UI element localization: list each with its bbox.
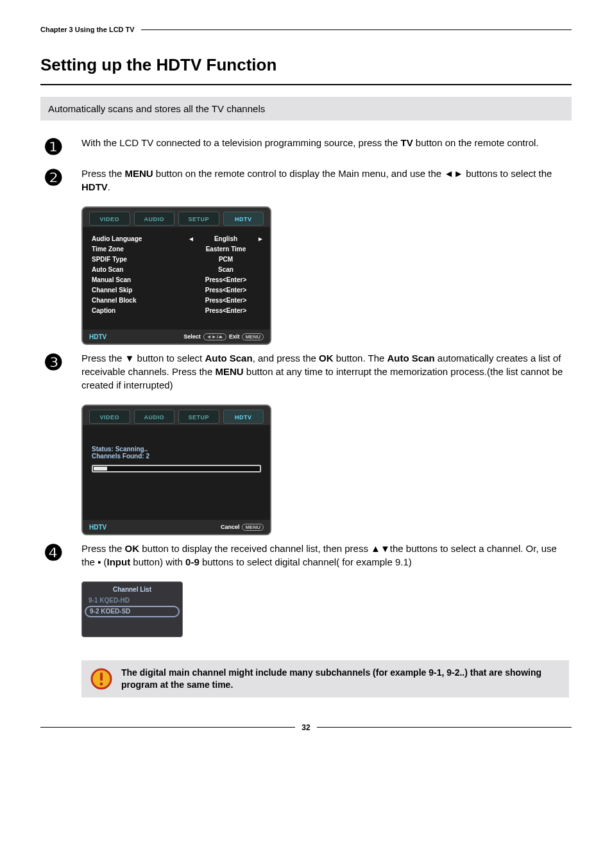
osd-2-found: Channels Found: 2 — [92, 453, 261, 460]
channel-list-box: Channel List 9-1 KQED-HD 9-2 KOED-SD — [81, 581, 183, 637]
step-1: ❶ With the LCD TV connected to a televis… — [40, 136, 572, 158]
osd-1-hint-exit: Exit — [229, 333, 240, 340]
osd-2-content: Status: Scanning.. Channels Found: 2 — [83, 425, 270, 520]
step-4-b: OK — [125, 543, 140, 554]
osd-2-tab-hdtv: HDTV — [223, 410, 264, 424]
osd-1-row-6-value: Press<Enter> — [191, 297, 261, 304]
step-3-bullet: ❸ — [40, 351, 66, 373]
svg-point-2 — [100, 682, 103, 685]
osd-1-wrapper: VIDEO AUDIO SETUP HDTV Audio Language ◄ … — [81, 206, 572, 345]
osd-1: VIDEO AUDIO SETUP HDTV Audio Language ◄ … — [81, 206, 271, 345]
osd-1-tabs: VIDEO AUDIO SETUP HDTV — [83, 208, 270, 227]
step-3-a: Press the ▼ button to select — [81, 353, 205, 363]
osd-2-hint-cancel: Cancel — [221, 524, 240, 530]
osd-1-row-4-label: Manual Scan — [92, 276, 191, 283]
step-4: ❹ Press the OK button to display the rec… — [40, 542, 572, 572]
page-number: 32 — [302, 723, 310, 732]
osd-1-row-5-value: Press<Enter> — [191, 287, 261, 294]
osd-1-hint-btn1: ◄►/⏶ — [203, 333, 226, 340]
osd-2-tabs: VIDEO AUDIO SETUP HDTV — [83, 406, 270, 425]
step-3-e: button. The — [334, 353, 387, 363]
osd-1-row-5-label: Channel Skip — [92, 287, 191, 294]
osd-2-status: Status: Scanning.. — [92, 446, 261, 453]
step-4-g: buttons to select digital channel( for e… — [200, 556, 412, 567]
step-4-a: Press the — [81, 543, 125, 554]
osd-1-tab-hdtv: HDTV — [223, 212, 264, 226]
channel-list-title: Channel List — [82, 586, 182, 593]
step-3-d: OK — [319, 353, 334, 363]
osd-1-hint-select: Select — [183, 333, 201, 340]
osd-1-row-5: Channel SkipPress<Enter> — [92, 285, 261, 295]
warning-icon — [90, 668, 112, 690]
osd-1-row-1: Time ZoneEastern Time — [92, 244, 261, 254]
osd-1-row-0-value-text: English — [214, 235, 237, 242]
osd-1-row-2-value: PCM — [191, 256, 261, 263]
step-1-bullet: ❶ — [40, 136, 66, 158]
step-4-d: Input — [107, 556, 131, 567]
osd-1-row-7: CaptionPress<Enter> — [92, 305, 261, 315]
step-3-c: , and press the — [253, 353, 319, 363]
footer-rule-left — [40, 727, 295, 728]
channel-list-wrapper: Channel List 9-1 KQED-HD 9-2 KOED-SD — [81, 581, 572, 637]
osd-2-footer: HDTV Cancel MENU — [83, 520, 270, 534]
step-3-f: Auto Scan — [387, 353, 435, 363]
osd-1-hint-btn2: MENU — [242, 333, 264, 340]
step-2-bold-1: MENU — [125, 168, 153, 179]
arrow-left-icon: ◄ — [188, 235, 194, 242]
osd-1-row-3-value: Scan — [191, 266, 261, 273]
osd-1-tab-audio: AUDIO — [134, 212, 175, 226]
osd-1-tab-setup: SETUP — [178, 212, 219, 226]
step-2-text-e: . — [108, 181, 110, 192]
note-box: The digital main channel might include m… — [81, 660, 569, 697]
svg-rect-1 — [100, 672, 103, 681]
osd-2-tab-setup: SETUP — [178, 410, 219, 424]
osd-2: VIDEO AUDIO SETUP HDTV Status: Scanning.… — [81, 405, 271, 535]
step-3-b: Auto Scan — [205, 353, 252, 363]
step-2-bullet: ❷ — [40, 167, 66, 188]
step-3-h: MENU — [215, 366, 243, 377]
step-4-f: 0-9 — [185, 556, 200, 567]
channel-list-item-1: 9-2 KOED-SD — [85, 606, 180, 617]
osd-1-row-6-label: Channel Block — [92, 297, 191, 304]
step-4-bullet: ❹ — [40, 542, 66, 563]
osd-1-row-4-value: Press<Enter> — [191, 276, 261, 283]
osd-2-footer-hint: Cancel MENU — [221, 524, 264, 531]
page-title: Setting up the HDTV Function — [40, 55, 572, 75]
osd-1-row-0-value: ◄ English ► — [191, 235, 261, 242]
osd-1-row-4: Manual ScanPress<Enter> — [92, 274, 261, 285]
header-rule — [141, 29, 572, 30]
osd-2-wrapper: VIDEO AUDIO SETUP HDTV Status: Scanning.… — [81, 405, 572, 535]
osd-1-row-3: Auto ScanScan — [92, 264, 261, 274]
progress-fill — [94, 467, 107, 471]
page-root: Chapter 3 Using the LCD TV Setting up th… — [40, 26, 572, 732]
arrow-right-icon: ► — [257, 235, 264, 242]
note-text: The digital main channel might include m… — [121, 667, 560, 691]
chapter-header: Chapter 3 Using the LCD TV — [40, 26, 572, 36]
osd-1-row-6: Channel BlockPress<Enter> — [92, 295, 261, 305]
step-1-text-a: With the LCD TV connected to a televisio… — [81, 137, 400, 148]
footer-rule-right — [317, 727, 572, 728]
step-1-body: With the LCD TV connected to a televisio… — [81, 136, 572, 153]
osd-2-tab-video: VIDEO — [89, 410, 130, 424]
step-2-body: Press the MENU button on the remote cont… — [81, 167, 572, 197]
step-4-e: button) with — [130, 556, 185, 567]
steps: ❶ With the LCD TV connected to a televis… — [40, 136, 572, 637]
page-footer: 32 — [40, 723, 572, 732]
osd-2-hint-btn: MENU — [242, 524, 264, 531]
osd-1-row-2: SPDIF TypePCM — [92, 254, 261, 264]
osd-1-row-0: Audio Language ◄ English ► — [92, 233, 261, 244]
osd-1-row-1-value: Eastern Time — [191, 246, 261, 253]
step-4-body: Press the OK button to display the recei… — [81, 542, 572, 572]
step-2-bold-2: HDTV — [81, 181, 108, 192]
osd-1-row-2-label: SPDIF Type — [92, 256, 191, 263]
osd-2-tab-audio: AUDIO — [134, 410, 175, 424]
osd-1-footer-corner: HDTV — [89, 333, 106, 340]
step-3-body: Press the ▼ button to select Auto Scan, … — [81, 351, 572, 396]
step-1-bold: TV — [400, 137, 412, 148]
osd-1-row-3-label: Auto Scan — [92, 266, 191, 273]
step-1-text-c: button on the remote control. — [413, 137, 539, 148]
title-divider — [40, 84, 572, 85]
osd-2-footer-corner: HDTV — [89, 524, 106, 531]
step-2: ❷ Press the MENU button on the remote co… — [40, 167, 572, 197]
osd-1-footer: HDTV Select ◄►/⏶ Exit MENU — [83, 330, 270, 344]
